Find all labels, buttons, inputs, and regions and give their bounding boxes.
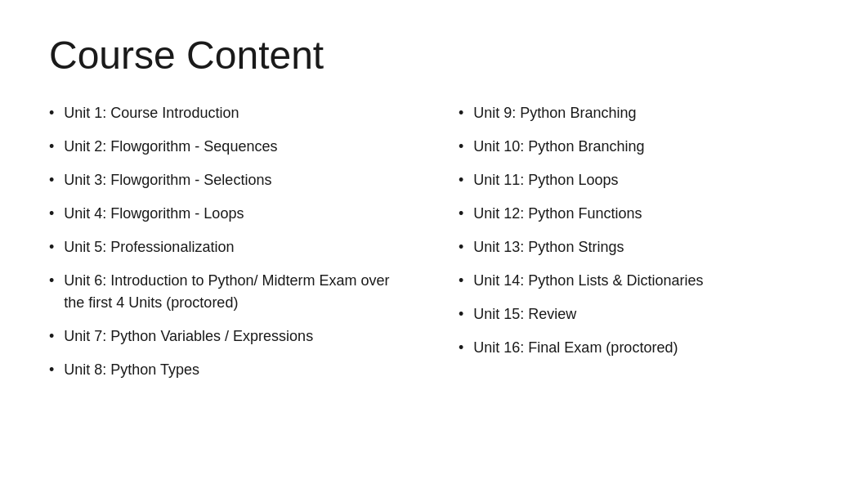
right-list: Unit 9: Python BranchingUnit 10: Python … [459, 102, 819, 359]
item-text: Unit 12: Python Functions [473, 203, 819, 225]
list-item: Unit 9: Python Branching [459, 102, 819, 124]
right-column: Unit 9: Python BranchingUnit 10: Python … [459, 102, 819, 393]
list-item: Unit 7: Python Variables / Expressions [49, 325, 409, 348]
item-text: Unit 8: Python Types [64, 359, 409, 381]
list-item: Unit 8: Python Types [49, 359, 409, 381]
item-text: Unit 14: Python Lists & Dictionaries [473, 270, 819, 292]
item-text: Unit 5: Professionalization [64, 236, 409, 258]
list-item: Unit 6: Introduction to Python/ Midterm … [49, 270, 409, 314]
item-text: Unit 15: Review [473, 303, 819, 325]
list-item: Unit 15: Review [459, 303, 819, 325]
list-item: Unit 13: Python Strings [459, 236, 819, 258]
item-text: Unit 7: Python Variables / Expressions [64, 325, 409, 348]
item-text: Unit 13: Python Strings [473, 236, 819, 258]
page-title: Course Content [49, 33, 819, 78]
item-text: Unit 4: Flowgorithm - Loops [64, 203, 409, 225]
list-item: Unit 2: Flowgorithm - Sequences [49, 136, 409, 158]
list-item: Unit 3: Flowgorithm - Selections [49, 169, 409, 191]
list-item: Unit 5: Professionalization [49, 236, 409, 258]
list-item: Unit 14: Python Lists & Dictionaries [459, 270, 819, 292]
page-container: Course Content Unit 1: Course Introducti… [0, 0, 868, 425]
item-text: Unit 9: Python Branching [473, 102, 819, 124]
list-item: Unit 4: Flowgorithm - Loops [49, 203, 409, 225]
item-text: Unit 6: Introduction to Python/ Midterm … [64, 270, 409, 314]
list-item: Unit 1: Course Introduction [49, 102, 409, 124]
item-text: Unit 16: Final Exam (proctored) [473, 337, 819, 359]
left-list: Unit 1: Course IntroductionUnit 2: Flowg… [49, 102, 409, 381]
list-item: Unit 12: Python Functions [459, 203, 819, 225]
item-text: Unit 11: Python Loops [473, 169, 819, 191]
list-item: Unit 11: Python Loops [459, 169, 819, 191]
item-text: Unit 3: Flowgorithm - Selections [64, 169, 409, 191]
item-text: Unit 1: Course Introduction [64, 102, 409, 124]
left-column: Unit 1: Course IntroductionUnit 2: Flowg… [49, 102, 409, 393]
item-text: Unit 2: Flowgorithm - Sequences [64, 136, 409, 158]
list-item: Unit 16: Final Exam (proctored) [459, 337, 819, 359]
content-columns: Unit 1: Course IntroductionUnit 2: Flowg… [49, 102, 819, 393]
list-item: Unit 10: Python Branching [459, 136, 819, 158]
item-text: Unit 10: Python Branching [473, 136, 819, 158]
